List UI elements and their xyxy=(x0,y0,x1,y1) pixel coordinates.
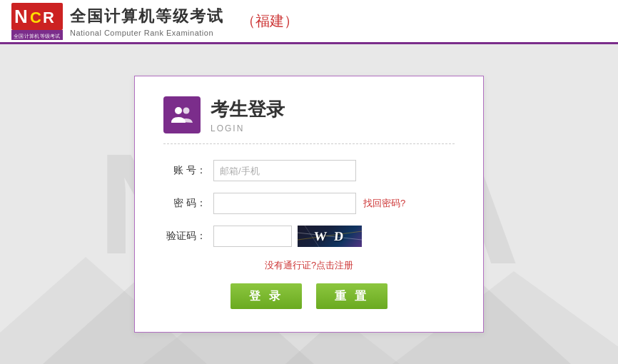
reset-button[interactable]: 重 置 xyxy=(316,283,387,309)
header-title-en: National Computer Rank Examination xyxy=(70,29,224,37)
password-row: 密 码： 找回密码? xyxy=(163,193,455,214)
login-box: 考生登录 LOGIN 账 号： 密 码： 找回密码? 验证码： xyxy=(134,76,484,333)
svg-point-11 xyxy=(175,107,182,114)
svg-text:R: R xyxy=(43,9,54,26)
svg-text:C: C xyxy=(30,9,41,26)
recover-password-link[interactable]: 找回密码? xyxy=(363,197,405,210)
svg-text:N: N xyxy=(14,6,28,27)
logo-area: N C R 全国计算机等级考试 全国计算机等级考试 National Compu… xyxy=(11,3,298,40)
header-region: （福建） xyxy=(241,11,298,31)
captcha-input[interactable] xyxy=(213,226,292,247)
login-title-area: 考生登录 LOGIN xyxy=(211,97,285,133)
main-content: N A 考生登录 LOGIN xyxy=(0,44,618,364)
register-link[interactable]: 没有通行证?点击注册 xyxy=(265,260,353,271)
svg-point-12 xyxy=(183,108,190,114)
header: N C R 全国计算机等级考试 全国计算机等级考试 National Compu… xyxy=(0,0,618,44)
password-label: 密 码： xyxy=(163,197,206,210)
captcha-text: W D xyxy=(313,229,346,244)
username-row: 账 号： xyxy=(163,160,455,181)
captcha-input-area: W D xyxy=(213,226,362,247)
login-title-cn: 考生登录 xyxy=(211,97,285,122)
ncre-logo: N C R 全国计算机等级考试 xyxy=(11,3,63,40)
register-link-row: 没有通行证?点击注册 xyxy=(163,258,455,272)
username-input[interactable] xyxy=(213,160,356,181)
captcha-image[interactable]: W D xyxy=(298,226,362,247)
user-icon-box xyxy=(163,96,201,133)
login-title-en: LOGIN xyxy=(211,123,285,133)
username-label: 账 号： xyxy=(163,164,206,177)
captcha-label: 验证码： xyxy=(163,230,206,243)
logo-box: N C R 全国计算机等级考试 xyxy=(11,3,63,40)
login-button[interactable]: 登 录 xyxy=(231,283,302,309)
header-title-cn: 全国计算机等级考试 xyxy=(70,6,224,27)
header-titles: 全国计算机等级考试 National Computer Rank Examina… xyxy=(70,6,224,37)
login-header: 考生登录 LOGIN xyxy=(163,96,455,144)
captcha-row: 验证码： W D xyxy=(163,226,455,247)
button-row: 登 录 重 置 xyxy=(163,283,455,309)
svg-text:全国计算机等级考试: 全国计算机等级考试 xyxy=(14,34,61,39)
password-input[interactable] xyxy=(213,193,356,214)
users-icon xyxy=(170,103,194,127)
